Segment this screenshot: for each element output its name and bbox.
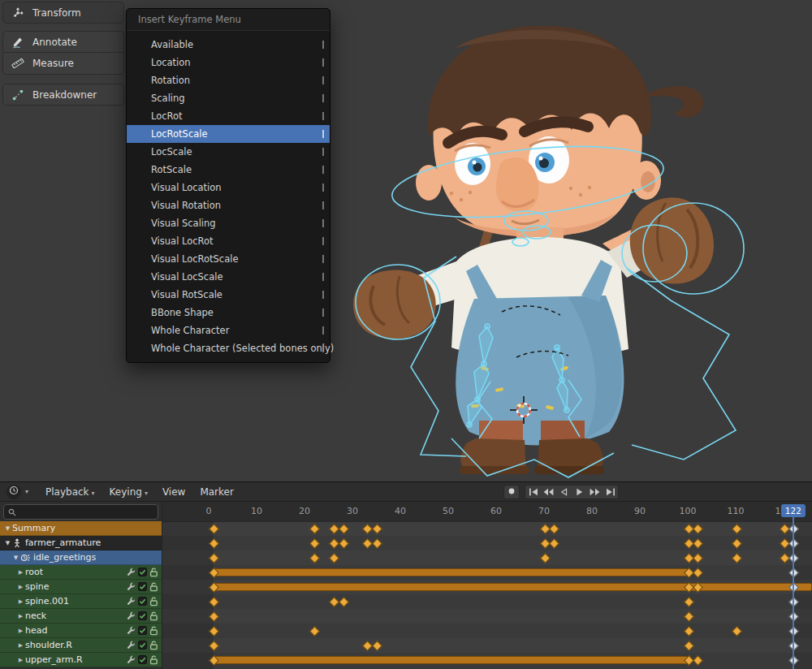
timeline-menu-marker[interactable]: Marker [192, 486, 240, 498]
keyframe-diamond[interactable] [329, 553, 339, 563]
keyframe-diamond[interactable] [788, 626, 799, 637]
keyframe-diamond[interactable] [549, 524, 559, 534]
checkbox-checked-icon[interactable] [138, 582, 147, 591]
keyframe-diamond[interactable] [309, 524, 320, 534]
keyframe-diamond[interactable] [788, 611, 799, 622]
checkbox-checked-icon[interactable] [138, 655, 147, 664]
keyframe-diamond[interactable] [209, 553, 220, 563]
menu-item-bbone-shape[interactable]: BBone Shape [127, 304, 330, 322]
menu-item-locrotscale[interactable]: LocRotScale [127, 125, 330, 143]
checkbox-checked-icon[interactable] [138, 568, 147, 576]
expand-right-icon[interactable]: ▶ [16, 569, 25, 576]
keyframe-diamond[interactable] [693, 553, 703, 563]
unlock-icon[interactable] [149, 655, 158, 665]
channel-search[interactable] [3, 504, 158, 520]
menu-item-whole-character-selected-bones-only[interactable]: Whole Character (Selected bones only) [127, 339, 330, 357]
keyframe-diamond[interactable] [372, 641, 382, 651]
unlock-icon[interactable] [149, 597, 158, 606]
keyframe-diamond[interactable] [372, 524, 382, 534]
expand-right-icon[interactable]: ▶ [16, 584, 25, 590]
keyframe-area[interactable]: 0102030405060708090100110120 122 [162, 502, 812, 669]
channel-row-spine-001[interactable]: ▶spine.001 [0, 594, 162, 609]
channel-row-summary[interactable]: ▼Summary [0, 521, 162, 536]
menu-item-visual-locrotscale[interactable]: Visual LocRotScale [127, 250, 330, 268]
channel-row-upper-arm-r[interactable]: ▶upper_arm.R [0, 653, 162, 667]
keyframe-diamond[interactable] [339, 524, 349, 534]
wrench-icon[interactable] [127, 641, 136, 650]
menu-item-visual-locrot[interactable]: Visual LocRot [127, 232, 330, 250]
channel-row-shoulder-r[interactable]: ▶shoulder.R [0, 638, 162, 653]
play-reverse-button[interactable] [556, 486, 572, 499]
keyframe-diamond[interactable] [209, 597, 220, 607]
editor-type-button[interactable]: ▾ [6, 485, 28, 499]
keyframe-diamond[interactable] [693, 655, 703, 666]
menu-item-locscale[interactable]: LocScale [127, 143, 330, 161]
expand-down-icon[interactable]: ▼ [3, 540, 12, 546]
menu-item-rotscale[interactable]: RotScale [127, 161, 330, 179]
expand-right-icon[interactable]: ▶ [16, 613, 25, 619]
checkbox-checked-icon[interactable] [138, 641, 147, 650]
keyframe-diamond[interactable] [788, 524, 799, 534]
menu-item-scaling[interactable]: Scaling [127, 89, 330, 107]
timeline-menu-playback[interactable]: Playback▾ [38, 486, 102, 498]
checkbox-checked-icon[interactable] [138, 626, 147, 635]
keyframe-diamond[interactable] [788, 641, 799, 651]
channel-row-head[interactable]: ▶head [0, 624, 162, 638]
keyframe-diamond[interactable] [732, 553, 742, 563]
previous-keyframe-button[interactable] [541, 486, 556, 499]
keyframe-diamond[interactable] [684, 641, 694, 651]
unlock-icon[interactable] [149, 582, 158, 592]
keyframe-diamond[interactable] [788, 655, 799, 666]
tool-measure[interactable]: Measure [2, 53, 124, 75]
expand-down-icon[interactable]: ▼ [3, 525, 12, 532]
expand-right-icon[interactable]: ▶ [16, 628, 25, 634]
timeline-ruler[interactable]: 0102030405060708090100110120 [162, 502, 812, 522]
keyframe-diamond[interactable] [209, 611, 220, 622]
keyframe-hold-bar[interactable] [214, 583, 812, 591]
menu-item-visual-scaling[interactable]: Visual Scaling [127, 214, 330, 232]
keyframe-diamond[interactable] [788, 538, 799, 549]
unlock-icon[interactable] [149, 568, 158, 577]
keyframe-diamond[interactable] [329, 597, 339, 607]
unlock-icon[interactable] [149, 611, 158, 621]
expand-right-icon[interactable]: ▶ [16, 657, 25, 663]
unlock-icon[interactable] [149, 641, 158, 650]
wrench-icon[interactable] [127, 568, 136, 576]
search-input[interactable] [19, 506, 153, 517]
checkbox-checked-icon[interactable] [138, 597, 147, 606]
keyframe-diamond[interactable] [788, 553, 799, 563]
wrench-icon[interactable] [127, 626, 136, 635]
keyframe-diamond[interactable] [549, 538, 559, 549]
menu-item-location[interactable]: Location [127, 54, 330, 71]
wrench-icon[interactable] [127, 611, 136, 620]
keyframe-diamond[interactable] [732, 538, 742, 549]
checkbox-checked-icon[interactable] [138, 611, 147, 620]
expand-down-icon[interactable]: ▼ [11, 555, 20, 561]
next-keyframe-button[interactable] [587, 486, 603, 499]
menu-item-available[interactable]: Available [127, 36, 330, 54]
keyframe-diamond[interactable] [684, 597, 694, 607]
keyframe-diamond[interactable] [329, 538, 339, 549]
keyframe-diamond[interactable] [209, 538, 220, 549]
keyframe-diamond[interactable] [693, 524, 703, 534]
keyframe-diamond[interactable] [339, 538, 349, 549]
keyframe-diamond[interactable] [732, 524, 742, 534]
channel-row-spine[interactable]: ▶spine [0, 580, 162, 594]
keyframe-diamond[interactable] [788, 568, 799, 578]
timeline-menu-view[interactable]: View [155, 486, 192, 498]
keyframe-diamond[interactable] [209, 626, 220, 637]
menu-item-rotation[interactable]: Rotation [127, 71, 330, 89]
channel-row-farmer-armature[interactable]: ▼farmer_armature [0, 536, 162, 550]
keyframe-diamond[interactable] [209, 641, 220, 651]
keyframe-diamond[interactable] [684, 626, 694, 637]
menu-item-visual-rotscale[interactable]: Visual RotScale [127, 286, 330, 304]
play-button[interactable] [572, 486, 587, 499]
menu-item-locrot[interactable]: LocRot [127, 107, 330, 125]
tool-breakdowner[interactable]: Breakdowner [2, 84, 124, 106]
unlock-icon[interactable] [149, 626, 158, 636]
wrench-icon[interactable] [127, 655, 136, 664]
menu-item-whole-character[interactable]: Whole Character [127, 322, 330, 339]
keyframe-diamond[interactable] [372, 538, 382, 549]
keyframe-diamond[interactable] [309, 626, 320, 637]
menu-item-visual-location[interactable]: Visual Location [127, 179, 330, 196]
